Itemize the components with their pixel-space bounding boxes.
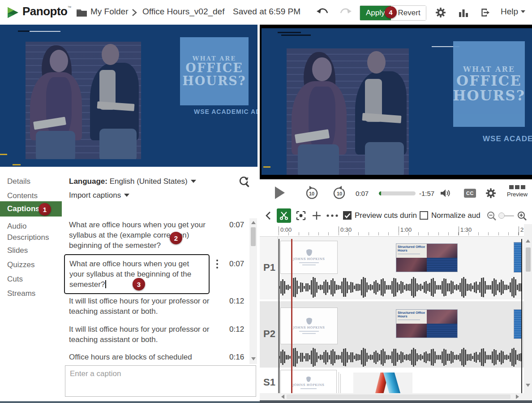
overlay-accent	[0, 154, 7, 155]
volume-icon[interactable]	[440, 188, 451, 199]
chevron-down-icon	[521, 10, 525, 13]
preview-cuts-checkbox[interactable]	[343, 211, 352, 220]
zoom-slider-knob[interactable]	[498, 212, 505, 219]
scissors-icon	[279, 211, 289, 221]
play-button[interactable]	[275, 186, 285, 199]
player-settings-gear-icon[interactable]	[485, 188, 496, 199]
sidebar-item-streams[interactable]: Streams	[7, 289, 35, 298]
scroll-right-icon[interactable]	[516, 394, 519, 399]
title-card: WHAT ARE OFFICE HOURS?	[453, 41, 525, 127]
more-options-icon[interactable]	[326, 214, 339, 217]
audio-waveform-p1	[279, 277, 522, 298]
preview-label: Preview	[507, 191, 528, 198]
captions-bottom-edge	[0, 401, 260, 403]
chevron-down-icon	[124, 194, 129, 197]
caption-row[interactable]: What are office hours when you get your …	[69, 220, 213, 251]
overlay-accent	[13, 164, 21, 165]
title-card-line2: HOURS?	[182, 75, 246, 87]
ruler-label: 1:00	[400, 226, 412, 233]
cut-tool-button[interactable]	[277, 208, 291, 223]
scroll-down-icon[interactable]	[526, 384, 530, 387]
sidebar-item-contents[interactable]: Contents	[7, 191, 38, 200]
import-captions-dropdown[interactable]: Import captions	[69, 191, 129, 200]
track-label-s1: S1	[263, 377, 275, 388]
preview-cuts-label[interactable]: Preview cuts durin	[355, 211, 417, 220]
caption-scrollbar[interactable]	[249, 218, 257, 364]
timeline-horizontal-scrollbar[interactable]	[260, 393, 524, 400]
session-title[interactable]: Office Hours_v02_def	[142, 7, 224, 17]
text-cursor	[105, 280, 106, 288]
help-menu[interactable]: Help	[501, 7, 525, 17]
overlay-dash	[281, 35, 311, 36]
check-icon	[344, 213, 351, 218]
scrollbar-thumb[interactable]	[526, 247, 531, 272]
scroll-up-icon[interactable]	[251, 221, 256, 224]
slide-thumbnail-abstract	[353, 373, 412, 393]
language-dropdown[interactable]: Language: English (United States)	[69, 177, 196, 186]
folder-icon	[76, 8, 87, 17]
sidebar-item-audio-descriptions[interactable]: Audio Descriptions	[7, 221, 57, 243]
captions-toggle-button[interactable]: CC	[464, 189, 476, 198]
slide-thumbnail-structured-office-hours: Structured Office Hours	[396, 309, 458, 338]
progress-fill	[379, 191, 381, 195]
timeline-end-marker	[521, 239, 522, 393]
caption-row[interactable]: It will list office hours for your profe…	[69, 296, 213, 316]
normalize-audio-checkbox[interactable]	[420, 211, 428, 220]
sidebar-item-details[interactable]: Details	[7, 177, 30, 186]
video-frame	[287, 48, 409, 175]
sidebar-item-cuts[interactable]: Cuts	[7, 275, 23, 284]
timeline-vertical-scrollbar[interactable]	[524, 224, 532, 400]
caption-row[interactable]: It will list office hours for your profe…	[69, 324, 213, 345]
undo-icon[interactable]	[316, 7, 330, 17]
panopto-logo-icon	[6, 5, 20, 20]
preview-button[interactable]: Preview	[507, 185, 528, 198]
sidebar-item-slides[interactable]: Slides	[7, 246, 28, 255]
chevron-down-icon	[191, 180, 196, 183]
caption-timestamp: 0:12	[229, 297, 244, 306]
new-caption-input[interactable]	[65, 365, 256, 397]
track-label-p2: P2	[263, 328, 275, 340]
normalize-audio-label[interactable]: Normalize aud	[431, 211, 481, 220]
caption-menu-icon[interactable]	[215, 259, 219, 269]
timeline-start-marker	[279, 239, 279, 393]
zoom-out-icon[interactable]	[486, 211, 497, 221]
scroll-left-icon[interactable]	[281, 394, 284, 399]
collapse-chevron-left-icon[interactable]	[265, 211, 271, 220]
zoom-in-icon[interactable]	[517, 211, 528, 221]
progress-bar[interactable]	[379, 191, 416, 195]
focus-playhead-icon[interactable]	[296, 210, 306, 221]
sidebar-item-quizzes[interactable]: Quizzes	[7, 260, 34, 269]
slide-stack-thumbnail-johns-hopkins: JOHNS HOPKINS	[280, 370, 337, 396]
timeline-bottom-edge	[260, 400, 532, 403]
overlay-accent	[263, 166, 270, 168]
forward-10-icon[interactable]: 10	[331, 185, 348, 201]
ruler-label: 0:00	[280, 226, 292, 233]
topbar: Panopto™ My Folder Office Hours_v02_def …	[0, 0, 532, 25]
rewind-10-icon[interactable]: 10	[304, 185, 320, 201]
ruler-label: 2:0	[520, 226, 524, 233]
redo-icon[interactable]	[339, 7, 352, 17]
video-preview-left: WHAT ARE OFFICE HOURS? WSE ACADEMIC AD	[0, 25, 257, 167]
player-controls: 10 10 0:07 -1:57 CC Preview	[260, 179, 532, 207]
svg-text:10: 10	[337, 191, 342, 196]
exit-icon[interactable]	[480, 7, 491, 18]
ruler-label: 0:30	[340, 226, 352, 233]
search-captions-icon[interactable]	[238, 176, 250, 188]
playhead[interactable]	[291, 239, 292, 393]
settings-gear-icon[interactable]	[435, 7, 446, 18]
add-stream-icon[interactable]	[312, 211, 322, 221]
breadcrumb-chevron-icon	[132, 9, 137, 17]
caption-edit-text: What are office hours when you get your …	[69, 260, 191, 289]
scroll-down-icon[interactable]	[251, 357, 256, 360]
caption-row[interactable]: Office hours are blocks of scheduled	[69, 352, 213, 362]
annotation-badge-1: 1	[39, 203, 51, 216]
timeline-ruler[interactable]: 0:00 0:30 1:00 1:30 2:0	[260, 224, 524, 237]
overlay-dash	[18, 30, 30, 32]
scrollbar-thumb[interactable]	[251, 227, 256, 246]
caption-timestamp: 0:12	[229, 325, 244, 334]
scroll-up-icon[interactable]	[526, 239, 530, 243]
stats-icon[interactable]	[459, 8, 468, 17]
breadcrumb-folder[interactable]: My Folder	[90, 7, 128, 17]
scrollbar-thumb[interactable]	[287, 394, 511, 399]
sidebar-item-captions[interactable]: Captions	[0, 201, 62, 217]
